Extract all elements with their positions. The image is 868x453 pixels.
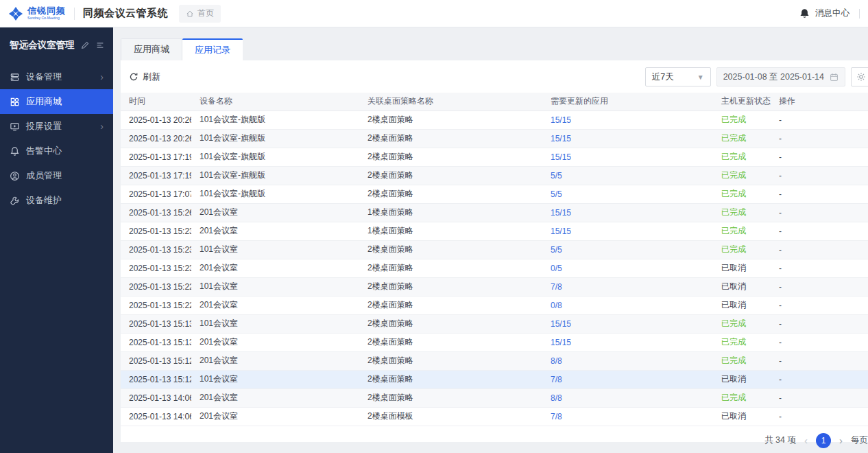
sidebar-item[interactable]: 应用商城 bbox=[0, 89, 113, 114]
cell-status: 已完成 bbox=[713, 111, 771, 129]
apps-count-link[interactable]: 15/15 bbox=[551, 226, 571, 236]
table-row: 2025-01-13 17:07:57101会议室-旗舰版2楼桌面策略5/5已完… bbox=[121, 185, 868, 203]
refresh-button[interactable]: 刷新 bbox=[129, 71, 160, 83]
apps-count-link[interactable]: 7/8 bbox=[551, 282, 562, 292]
cell-apps: 8/8 bbox=[542, 388, 713, 407]
sidebar-item[interactable]: 告警中心 bbox=[0, 139, 113, 163]
cell-status: 已完成 bbox=[713, 240, 771, 259]
apps-count-link[interactable]: 0/8 bbox=[551, 301, 562, 310]
caret-down-icon: ▼ bbox=[697, 73, 704, 81]
table-row: 2025-01-13 14:06:22201会议室2楼桌面模板7/8已取消- bbox=[121, 407, 868, 426]
table-row: 2025-01-13 15:23:07101会议室2楼桌面策略5/5已完成- bbox=[121, 240, 868, 259]
cell-apps: 15/15 bbox=[542, 333, 713, 351]
workspace-switch-icon[interactable] bbox=[95, 40, 105, 50]
cell-policy: 2楼桌面策略 bbox=[359, 351, 542, 370]
cell-time: 2025-01-13 15:13:48 bbox=[121, 333, 191, 351]
cell-status: 已取消 bbox=[713, 259, 771, 277]
sidebar-item-label: 设备管理 bbox=[26, 71, 94, 83]
table-row: 2025-01-13 14:06:36201会议室2楼桌面策略8/8已完成- bbox=[121, 388, 868, 407]
col-time: 时间 bbox=[121, 93, 191, 111]
next-page-button[interactable]: › bbox=[839, 435, 843, 445]
table-settings-button[interactable] bbox=[851, 67, 868, 86]
sidebar-item[interactable]: 投屏设置› bbox=[0, 114, 113, 139]
tab-app-store[interactable]: 应用商城 bbox=[121, 38, 182, 60]
cell-apps: 5/5 bbox=[542, 166, 713, 185]
cell-time: 2025-01-13 17:19:57 bbox=[121, 148, 191, 166]
apps-count-link[interactable]: 7/8 bbox=[551, 375, 562, 384]
cell-status: 已完成 bbox=[713, 129, 771, 148]
apps-count-link[interactable]: 15/15 bbox=[551, 208, 571, 218]
notification-bell-icon[interactable] bbox=[799, 8, 810, 19]
message-center-link[interactable]: 消息中心 bbox=[815, 8, 849, 19]
cell-time: 2025-01-13 15:12:57 bbox=[121, 370, 191, 388]
cell-operation: - bbox=[771, 314, 868, 333]
table-row: 2025-01-13 15:22:52101会议室2楼桌面策略7/8已取消- bbox=[121, 277, 868, 296]
breadcrumb-home[interactable]: 首页 bbox=[179, 5, 221, 23]
page-size-select[interactable]: 每页 bbox=[851, 434, 868, 446]
cell-policy: 2楼桌面策略 bbox=[359, 148, 542, 166]
cell-time: 2025-01-13 17:19:04 bbox=[121, 166, 191, 185]
cell-operation: - bbox=[771, 185, 868, 203]
cell-policy: 2楼桌面策略 bbox=[359, 314, 542, 333]
cell-apps: 15/15 bbox=[542, 314, 713, 333]
cell-status: 已取消 bbox=[713, 370, 771, 388]
apps-count-link[interactable]: 0/5 bbox=[551, 264, 562, 273]
cell-time: 2025-01-13 17:07:57 bbox=[121, 185, 191, 203]
apps-count-link[interactable]: 5/5 bbox=[551, 189, 562, 199]
cell-policy: 2楼桌面策略 bbox=[359, 185, 542, 203]
cell-status: 已取消 bbox=[713, 277, 771, 296]
cell-policy: 2楼桌面策略 bbox=[359, 111, 542, 129]
prev-page-button[interactable]: ‹ bbox=[804, 435, 808, 445]
apps-count-link[interactable]: 5/5 bbox=[551, 171, 562, 181]
cell-apps: 15/15 bbox=[542, 222, 713, 240]
apps-count-link[interactable]: 8/8 bbox=[551, 356, 562, 366]
cell-policy: 2楼桌面策略 bbox=[359, 370, 542, 388]
time-range-select[interactable]: 近7天 ▼ bbox=[645, 67, 711, 86]
apps-count-link[interactable]: 15/15 bbox=[551, 152, 571, 162]
col-status: 主机更新状态 bbox=[713, 93, 771, 111]
date-range-picker[interactable]: 2025-01-08 至 2025-01-14 bbox=[716, 67, 845, 86]
page-number[interactable]: 1 bbox=[816, 433, 831, 448]
apps-count-link[interactable]: 15/15 bbox=[551, 115, 571, 125]
breadcrumb-home-label: 首页 bbox=[197, 8, 214, 19]
col-apps: 需要更新的应用 bbox=[542, 93, 713, 111]
apps-count-link[interactable]: 15/15 bbox=[551, 319, 571, 329]
table-header-row: 时间 设备名称 关联桌面策略名称 需要更新的应用 主机更新状态 操作 bbox=[121, 93, 868, 111]
sidebar-item[interactable]: 设备管理› bbox=[0, 65, 113, 89]
table-row: 2025-01-13 15:22:52201会议室2楼桌面策略0/8已取消- bbox=[121, 296, 868, 314]
cell-policy: 2楼桌面策略 bbox=[359, 277, 542, 296]
logo: 信锐同频 Sundray Co-Meeting bbox=[8, 6, 66, 21]
apps-count-link[interactable]: 15/15 bbox=[551, 338, 571, 347]
table-row: 2025-01-13 15:23:41201会议室1楼桌面策略15/15已完成- bbox=[121, 222, 868, 240]
cell-device: 201会议室 bbox=[191, 203, 359, 222]
cell-status: 已完成 bbox=[713, 314, 771, 333]
sidebar-menu: 设备管理›应用商城投屏设置›告警中心成员管理设备维护 bbox=[0, 63, 113, 213]
divider bbox=[859, 9, 860, 19]
table-body: 2025-01-13 20:26:11101会议室-旗舰版2楼桌面策略15/15… bbox=[121, 111, 868, 426]
table-row: 2025-01-13 15:23:07201会议室2楼桌面策略0/5已取消- bbox=[121, 259, 868, 277]
tab-app-records[interactable]: 应用记录 bbox=[182, 38, 243, 60]
cell-status: 已取消 bbox=[713, 296, 771, 314]
cell-operation: - bbox=[771, 111, 868, 129]
cell-policy: 2楼桌面模板 bbox=[359, 407, 542, 426]
sidebar-item[interactable]: 设备维护 bbox=[0, 188, 113, 213]
apps-count-link[interactable]: 7/8 bbox=[551, 412, 562, 421]
apps-count-link[interactable]: 5/5 bbox=[551, 245, 562, 255]
cell-device: 201会议室 bbox=[191, 351, 359, 370]
cell-status: 已完成 bbox=[713, 351, 771, 370]
cell-device: 101会议室 bbox=[191, 240, 359, 259]
cell-apps: 0/8 bbox=[542, 296, 713, 314]
cell-operation: - bbox=[771, 240, 868, 259]
cell-status: 已完成 bbox=[713, 185, 771, 203]
table-row: 2025-01-13 17:19:04101会议室-旗舰版2楼桌面策略5/5已完… bbox=[121, 166, 868, 185]
cell-policy: 2楼桌面策略 bbox=[359, 388, 542, 407]
col-policy: 关联桌面策略名称 bbox=[359, 93, 542, 111]
apps-count-link[interactable]: 15/15 bbox=[551, 134, 571, 143]
cell-device: 101会议室-旗舰版 bbox=[191, 129, 359, 148]
apps-count-link[interactable]: 8/8 bbox=[551, 393, 562, 403]
edit-icon[interactable] bbox=[80, 40, 90, 50]
calendar-icon bbox=[830, 73, 839, 82]
cell-operation: - bbox=[771, 351, 868, 370]
sidebar-item[interactable]: 成员管理 bbox=[0, 163, 113, 188]
cell-status: 已完成 bbox=[713, 222, 771, 240]
